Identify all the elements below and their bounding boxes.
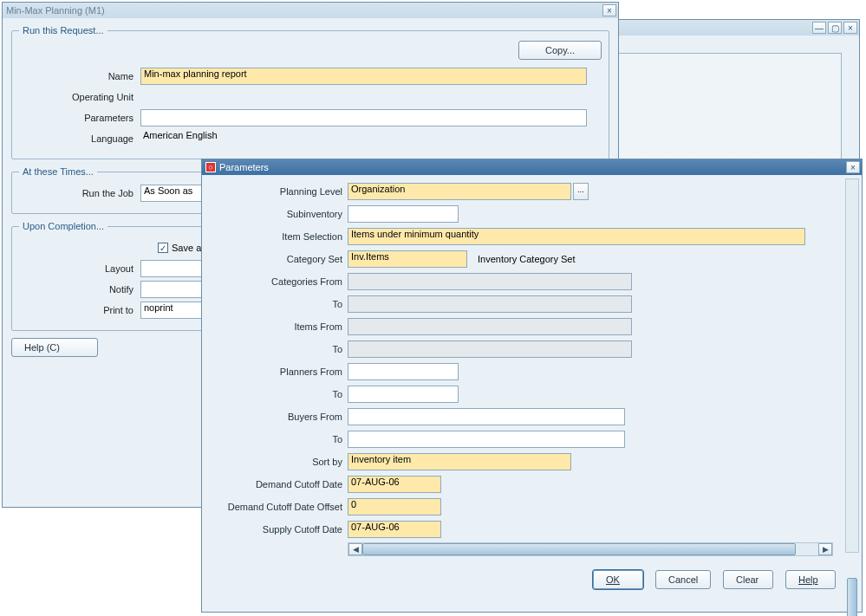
planning-level-input[interactable]: Organization: [348, 183, 571, 200]
buyers-from-label: Buyers From: [209, 412, 348, 422]
demand-cutoff-offset-input[interactable]: 0: [348, 498, 441, 515]
subinventory-label: Subinventory: [209, 209, 348, 219]
categories-from-input[interactable]: [348, 273, 632, 290]
operating-unit-label: Operating Unit: [19, 92, 140, 102]
buyers-to-input[interactable]: [348, 431, 625, 448]
minmax-titlebar[interactable]: Min-Max Planning (M1) ×: [3, 3, 618, 18]
times-legend: At these Times...: [19, 166, 97, 177]
maximize-button[interactable]: ▢: [828, 22, 842, 34]
language-label: Language: [19, 133, 140, 144]
items-from-input[interactable]: [348, 318, 632, 335]
subinventory-input[interactable]: [348, 205, 459, 223]
run-request-legend: Run this Request...: [19, 25, 107, 36]
close-button[interactable]: ×: [843, 22, 857, 34]
notify-label: Notify: [19, 284, 140, 295]
clear-button[interactable]: Clear: [723, 570, 773, 589]
items-from-label: Items From: [209, 321, 348, 332]
category-set-desc: Inventory Category Set: [467, 254, 576, 264]
minimize-button[interactable]: —: [812, 22, 826, 34]
category-set-input[interactable]: Inv.Items: [348, 250, 467, 268]
close-icon[interactable]: ×: [846, 161, 860, 173]
close-icon[interactable]: ×: [602, 4, 616, 16]
planning-level-lov-button[interactable]: ···: [573, 183, 589, 200]
category-set-label: Category Set: [209, 254, 348, 264]
oracle-icon: ○: [205, 162, 216, 172]
demand-cutoff-date-label: Demand Cutoff Date: [209, 479, 348, 490]
scroll-right-button[interactable]: ▶: [818, 543, 832, 555]
cancel-button[interactable]: Cancel: [655, 570, 711, 589]
layout-label: Layout: [19, 263, 140, 274]
scroll-thumb[interactable]: [362, 543, 796, 555]
items-to-label: To: [209, 344, 348, 354]
ok-button[interactable]: OK: [593, 570, 643, 589]
scroll-left-button[interactable]: ◀: [348, 543, 362, 555]
language-input[interactable]: American English: [140, 130, 587, 147]
save-all-checkbox[interactable]: [158, 243, 168, 253]
vertical-scroll-thumb[interactable]: [847, 578, 857, 616]
item-selection-input[interactable]: Items under minimum quantity: [348, 228, 805, 245]
operating-unit-input[interactable]: [140, 88, 587, 106]
demand-cutoff-offset-label: Demand Cutoff Date Offset: [209, 502, 348, 512]
parameters-input[interactable]: [140, 109, 587, 126]
supply-cutoff-date-input[interactable]: 07-AUG-06: [348, 521, 441, 538]
horizontal-scrollbar[interactable]: ◀ ▶: [348, 542, 833, 556]
planners-from-input[interactable]: [348, 363, 459, 380]
help-button[interactable]: Help: [785, 570, 836, 589]
run-request-group: Run this Request... Copy... Name Min-max…: [11, 25, 609, 159]
categories-to-input[interactable]: [348, 295, 632, 313]
item-selection-label: Item Selection: [209, 231, 348, 242]
name-label: Name: [19, 71, 140, 81]
demand-cutoff-date-input[interactable]: 07-AUG-06: [348, 476, 441, 493]
planners-to-input[interactable]: [348, 386, 459, 403]
buyers-from-input[interactable]: [348, 408, 625, 425]
completion-legend: Upon Completion...: [19, 221, 107, 231]
sort-by-label: Sort by: [209, 457, 348, 467]
categories-from-label: Categories From: [209, 276, 348, 287]
background-titlebar[interactable]: — ▢ ×: [601, 20, 859, 36]
categories-to-label: To: [209, 299, 348, 309]
items-to-input[interactable]: [348, 340, 632, 358]
planners-from-label: Planners From: [209, 366, 348, 377]
name-input[interactable]: Min-max planning report: [140, 68, 587, 85]
sort-by-input[interactable]: Inventory item: [348, 453, 571, 470]
run-job-label: Run the Job: [19, 188, 140, 198]
parameters-title: Parameters: [219, 162, 844, 172]
parameters-label: Parameters: [19, 113, 140, 123]
supply-cutoff-date-label: Supply Cutoff Date: [209, 524, 348, 535]
minmax-title: Min-Max Planning (M1): [6, 5, 601, 16]
copy-button[interactable]: Copy...: [518, 41, 602, 60]
parameters-dialog: ○ Parameters × Planning Level Organizati…: [201, 159, 863, 613]
buyers-to-label: To: [209, 434, 348, 444]
vertical-scrollbar[interactable]: [845, 178, 859, 553]
print-to-label: Print to: [19, 305, 140, 315]
planning-level-label: Planning Level: [209, 186, 348, 197]
planners-to-label: To: [209, 389, 348, 399]
parameters-titlebar[interactable]: ○ Parameters ×: [202, 159, 862, 175]
help-button[interactable]: Help (C): [11, 338, 98, 357]
